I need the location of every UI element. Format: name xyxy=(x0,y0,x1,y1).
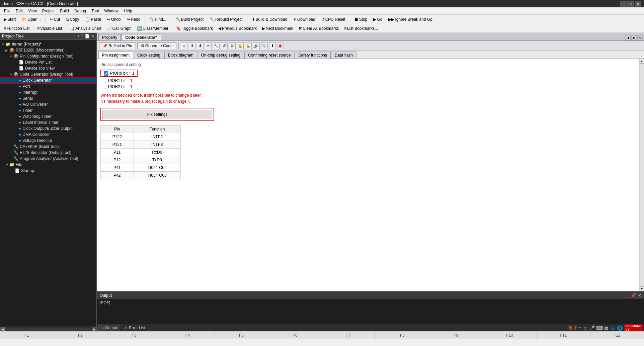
cg-icon-btn-2[interactable]: ⬆ xyxy=(189,42,195,49)
close-button[interactable]: ✕ xyxy=(635,1,641,7)
build-download-button[interactable]: ⬇ Build & Download xyxy=(249,16,290,23)
tree-item-pinconfig[interactable]: ▼ 📦 Pin Configurator (Design Tool) xyxy=(0,53,96,59)
output-tab-output[interactable]: ≡ Output xyxy=(98,325,120,331)
cg-icon-btn-3[interactable]: ⬇ xyxy=(197,42,204,49)
fkey-f12[interactable]: F12 xyxy=(590,332,644,339)
tree-item-clockout[interactable]: ● Clock Output/Buzzer Output xyxy=(0,125,96,132)
tree-item-file[interactable]: ▼ 📁 File xyxy=(0,162,96,168)
cut-button[interactable]: ✂ Cut xyxy=(48,16,63,23)
tab-scroll-right-btn[interactable]: ▶ xyxy=(631,35,637,40)
tree-item-dma[interactable]: ● DMA Controller xyxy=(0,132,96,138)
generate-code-button[interactable]: ⚙ Generate Code xyxy=(137,42,176,49)
paste-button[interactable]: 📋 Paste xyxy=(83,16,103,23)
tab-code-generator[interactable]: Code Generator* xyxy=(122,34,161,40)
menu-window[interactable]: Window xyxy=(101,8,121,14)
tree-item-codegen[interactable]: ▼ 📦 Code Generator (Design Tool) xyxy=(0,71,96,77)
open-button[interactable]: 📂 Open... xyxy=(19,16,43,23)
prev-bookmark-button[interactable]: ◀ Previous Bookmark xyxy=(216,25,259,32)
cg-icon-btn-8[interactable]: 🔒 xyxy=(237,42,244,49)
menu-file[interactable]: File xyxy=(1,8,13,14)
fkey-f3[interactable]: F3 xyxy=(107,332,161,339)
tree-item-interval12[interactable]: ● 12-Bit Interval Timer xyxy=(0,119,96,125)
clear-all-bookmarks-button[interactable]: ✖ Clear All Bookmarks xyxy=(296,25,341,32)
build-project-button[interactable]: 🔨 Build Project xyxy=(173,16,206,23)
tree-item-timer[interactable]: ● Timer xyxy=(0,107,96,113)
menu-tool[interactable]: Tool xyxy=(89,8,101,14)
tree-hscroll[interactable]: ◀ ▶ xyxy=(0,327,96,331)
tree-item-adconverter[interactable]: ● A/D Converter xyxy=(0,101,96,107)
output-pin-icon[interactable]: 📌 xyxy=(631,293,636,298)
vscroll-up-btn[interactable]: ▲ xyxy=(640,59,644,64)
fkey-f7[interactable]: F7 xyxy=(322,332,376,339)
ignore-break-go-button[interactable]: ▶▶ Ignore Break and Go xyxy=(386,16,434,23)
tab-scroll-left-btn[interactable]: ◀ xyxy=(625,35,631,40)
tree-refresh-icon[interactable]: ↺ xyxy=(76,34,80,38)
fkey-f8[interactable]: F8 xyxy=(376,332,429,339)
cg-icon-btn-13[interactable]: 🗑 xyxy=(277,42,284,49)
cg-icon-btn-6[interactable]: ↺ xyxy=(221,42,228,49)
tree-scroll-left[interactable]: ◀ xyxy=(0,327,5,332)
go-button[interactable]: ▶ Go xyxy=(371,16,385,23)
fkey-f10[interactable]: F10 xyxy=(483,332,537,339)
menu-edit[interactable]: Edit xyxy=(13,8,25,14)
fkey-f6[interactable]: F6 xyxy=(268,332,322,339)
tab-confirming-reset[interactable]: Confirming reset source xyxy=(244,52,294,59)
function-list-button[interactable]: ≡ Function List xyxy=(1,25,32,32)
minimize-button[interactable]: ─ xyxy=(620,1,627,7)
cg-icon-btn-7[interactable]: ⚙ xyxy=(229,42,236,49)
tree-item-serial[interactable]: ● Serial xyxy=(0,95,96,101)
tree-item-devpin[interactable]: 📄 Device Pin List xyxy=(0,59,96,65)
menu-build[interactable]: Build xyxy=(57,8,72,14)
tree-item-clockgen[interactable]: ● Clock Generator xyxy=(0,77,96,83)
vscroll-down-btn[interactable]: ▼ xyxy=(640,286,644,291)
fkey-f5[interactable]: F5 xyxy=(215,332,268,339)
tab-data-flash[interactable]: Data flash xyxy=(331,52,356,59)
maximize-button[interactable]: □ xyxy=(627,1,634,7)
tab-close-btn[interactable]: ✕ xyxy=(637,35,643,40)
menu-project[interactable]: Project xyxy=(39,8,57,14)
menu-help[interactable]: Help xyxy=(121,8,135,14)
pior0-checkbox[interactable] xyxy=(104,71,108,76)
find-button[interactable]: 🔍 Find... xyxy=(147,16,168,23)
cg-icon-btn-5[interactable]: 🔧 xyxy=(213,42,220,49)
output-close-icon[interactable]: ✕ xyxy=(638,293,641,298)
cg-icon-btn-9[interactable]: 🔓 xyxy=(245,42,252,49)
cg-icon-btn-11[interactable]: 📎 xyxy=(261,42,268,49)
tree-item-watchdog[interactable]: ● Watchdog Timer xyxy=(0,113,96,119)
pior2-checkbox[interactable] xyxy=(102,85,106,89)
tab-property[interactable]: Property xyxy=(98,34,121,40)
cg-icon-btn-10[interactable]: 🔊 xyxy=(253,42,260,49)
tab-safety-functions[interactable]: Safety functions xyxy=(295,52,331,59)
tree-item-rl78[interactable]: 🔧 RL78 Simulator (Debug Tool) xyxy=(0,150,96,156)
cg-icon-btn-12[interactable]: ⬆ xyxy=(269,42,276,49)
tree-scroll-right[interactable]: ▶ xyxy=(92,327,96,332)
list-bookmarks-button[interactable]: ≡ List Bookmarks... xyxy=(342,25,380,32)
tree-item-voltage[interactable]: ● Voltage Detector xyxy=(0,138,96,144)
tree-item-r5f[interactable]: ▶ 📦 R5F10268 (Microcontroller) xyxy=(0,47,96,53)
tree-item-ca78[interactable]: 🔧 CA78K0R (Build Tool) xyxy=(0,144,96,150)
content-vscroll[interactable]: ▲ ▼ xyxy=(639,59,644,291)
pior1-option[interactable]: PIOR1 bit = 1 xyxy=(102,78,636,83)
fkey-f11[interactable]: F11 xyxy=(537,332,590,339)
class-member-button[interactable]: 🔤 Class/Member xyxy=(135,25,171,32)
fix-settings-button[interactable]: Fix settings xyxy=(102,110,212,119)
tab-block-diagram[interactable]: Block diagram xyxy=(164,52,197,59)
vscroll-track[interactable] xyxy=(640,64,644,286)
rebuild-project-button[interactable]: 🔧 Rebuild Project xyxy=(207,16,245,23)
tab-on-chip-debug[interactable]: On-chip debug setting xyxy=(197,52,244,59)
undo-button[interactable]: ↩ Undo xyxy=(105,16,123,23)
tree-item-proganalyzer[interactable]: 🔧 Program Analyzer (Analyze Tool) xyxy=(0,156,96,162)
output-tab-error[interactable]: ⚠ Error List xyxy=(121,325,148,331)
tree-item-interrupt[interactable]: ● Interrupt xyxy=(0,89,96,95)
tree-item-startup[interactable]: 📄 Startup xyxy=(0,168,96,174)
reflect-in-pin-button[interactable]: 📌 Reflect in Pin xyxy=(99,42,136,49)
tree-item-devtop[interactable]: 📄 Device Top View xyxy=(0,65,96,71)
tree-help-icon[interactable]: ? xyxy=(81,34,83,38)
analysis-chart-button[interactable]: 📊 Analysis Chart xyxy=(67,25,103,32)
copy-button[interactable]: ⧉ Copy xyxy=(64,16,81,23)
cg-icon-btn-4[interactable]: ✂ xyxy=(205,42,212,49)
menu-debug[interactable]: Debug xyxy=(72,8,89,14)
download-button[interactable]: ⬇ Download xyxy=(291,16,317,23)
tree-new-icon[interactable]: 📄 xyxy=(85,34,90,38)
cpu-reset-button[interactable]: ↺ CPU Reset xyxy=(319,16,348,23)
